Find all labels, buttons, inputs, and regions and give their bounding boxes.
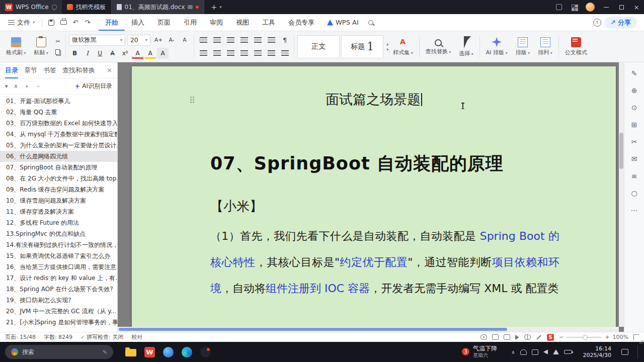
weather-widget[interactable]: 3 气温下降 星期六 [462, 345, 497, 358]
template-tab[interactable]: 找稻壳模板 [62, 0, 111, 14]
toc-item[interactable]: 11、缓存穿透及解决方案 [0, 206, 117, 217]
align-left-icon[interactable] [197, 48, 209, 59]
menu-tab-5[interactable]: 审阅 [203, 14, 229, 31]
taskbar-search[interactable]: 搜索 ✎ [5, 345, 113, 359]
read-layout-icon[interactable] [492, 334, 499, 340]
web-layout-icon[interactable] [524, 334, 531, 340]
align-center-icon[interactable] [211, 48, 223, 59]
format-button-3[interactable]: U [94, 48, 106, 59]
format-painter-button[interactable]: 格式刷 [3, 36, 29, 57]
avatar[interactable] [586, 3, 595, 12]
format-button-8[interactable]: A [157, 48, 169, 59]
sort-icon[interactable] [265, 35, 277, 46]
font-tool-1[interactable]: A+ [152, 35, 165, 46]
zoom-out-toc-icon[interactable]: － [36, 82, 41, 90]
insert-icon[interactable]: ⊕ [631, 86, 637, 96]
document-heading[interactable]: 07、SpringBoot 自动装配的原理 [210, 152, 559, 175]
doc-mode-button[interactable]: 公文模式 [562, 36, 590, 57]
toc-item[interactable]: 12、多线程 Future 的用法 [0, 217, 117, 228]
sidebar-tab-2[interactable]: 章节 [24, 62, 37, 78]
toc-item[interactable]: 07、SpringBoot 自动装配的原理 [0, 162, 117, 173]
style-heading1[interactable]: 标题 1 [341, 35, 383, 58]
outline-icon[interactable]: ≡ [631, 172, 637, 181]
toc-item[interactable]: 04、从 mysql 千万条数据中搜索到指定数... [0, 129, 117, 140]
target-icon[interactable]: ⊙ [631, 104, 637, 113]
format-button-7[interactable]: A [144, 48, 156, 59]
wps-office-tab[interactable]: W WPS Office [0, 0, 62, 14]
document-page[interactable]: 面试篇之场景题 07、SpringBoot 自动装配的原理 【小米】 （1）首先… [132, 66, 616, 328]
fullscreen-icon[interactable] [633, 334, 639, 340]
vertical-scrollbar[interactable] [619, 62, 624, 327]
battery-icon[interactable] [564, 350, 572, 354]
ai-recognize-button[interactable]: AI识别目录 [74, 82, 112, 90]
zoom-slider-knob[interactable] [583, 335, 588, 340]
toc-item[interactable]: 16、当给第三方提供接口调用，需要注意... [0, 261, 117, 273]
file-explorer-icon[interactable] [125, 349, 136, 356]
spellcheck-status[interactable]: ✓ 拼写检查: 关闭 [80, 333, 123, 341]
vertical-scrollbar-thumb[interactable] [619, 133, 623, 169]
toc-item[interactable]: 05、为什么复杂的架构一定要做分层设计... [0, 140, 117, 151]
search-icon[interactable] [365, 17, 377, 29]
browser-icon[interactable] [182, 347, 192, 357]
paragraph-mark-icon[interactable]: ¶ [279, 35, 291, 46]
print-icon[interactable] [57, 17, 69, 29]
cloud-icon[interactable] [520, 349, 527, 355]
format-button-4[interactable]: A [107, 48, 118, 59]
more-icon[interactable]: ⋯ [631, 206, 638, 215]
style-gallery-up-icon[interactable]: ▴ [386, 42, 388, 46]
align-right-icon[interactable] [224, 48, 236, 59]
font-tool-3[interactable]: A [179, 35, 191, 46]
shape-icon[interactable]: ○ [631, 189, 637, 198]
outdent-icon[interactable] [224, 35, 236, 46]
pin-icon[interactable] [50, 4, 57, 11]
copy-icon[interactable] [53, 48, 62, 56]
wps-vip-badge[interactable]: S [547, 334, 554, 341]
ai-layout-button[interactable]: AI 排版 [483, 36, 511, 57]
sidebar-tab-3[interactable]: 书签 [43, 62, 56, 78]
toc-item[interactable]: 15、如果查询优化器选错了索引怎么办 [0, 250, 117, 261]
toc-item[interactable]: 20、JVM 中一次完整的 GC 流程（从 y... [0, 306, 117, 317]
format-button-6[interactable]: A [132, 48, 143, 59]
menu-tab-2[interactable]: 插入 [125, 14, 151, 31]
shading-icon[interactable] [265, 48, 277, 59]
menu-tab-4[interactable]: 引用 [177, 14, 203, 31]
font-tool-2[interactable]: A- [166, 35, 178, 46]
volume-icon[interactable] [543, 349, 548, 354]
menu-tab-1[interactable]: 开始 [99, 14, 125, 31]
format-button-2[interactable]: I [82, 48, 93, 59]
border-icon[interactable] [279, 48, 291, 59]
toc-item[interactable]: 02、海量 QQ 去重 [0, 107, 117, 118]
scissors-icon[interactable]: ✂ [631, 138, 637, 147]
proofread-button[interactable]: 校对 [131, 333, 142, 341]
page-layout-icon[interactable] [504, 334, 510, 340]
zoom-out-icon[interactable]: − [559, 334, 564, 340]
wps-ai-tab[interactable]: WPS AI [321, 19, 365, 26]
layout-button[interactable]: 排版 [513, 36, 533, 57]
toc-item[interactable]: 08、在 2G 大小的文件中，找出高频 top... [0, 173, 117, 184]
select-button[interactable]: 选择 [456, 35, 476, 58]
tab-list-chevron-icon[interactable]: ▾ [219, 5, 222, 10]
menu-tab-8[interactable]: 会员专享 [282, 14, 321, 31]
page-indicator[interactable]: 页面: 15/48 [5, 333, 36, 341]
mail-icon[interactable]: ✉ [631, 155, 637, 164]
expand-dropdown-icon[interactable]: ▾ [5, 83, 8, 89]
sidebar-tab-4[interactable]: 查找和替换 [62, 62, 95, 78]
font-size-select[interactable]: 20 ▾ [127, 35, 150, 46]
notification-center-icon[interactable] [621, 349, 628, 355]
document-body[interactable]: 07、SpringBoot 自动装配的原理 【小米】 （1）首先，我们先看下什么… [210, 152, 559, 302]
save-icon[interactable] [45, 17, 57, 29]
toc-item[interactable]: 01、开篇-面试那些事儿 [0, 96, 117, 107]
indent-icon[interactable] [238, 35, 250, 46]
show-desktop-button[interactable] [637, 345, 639, 358]
network-icon[interactable] [553, 349, 559, 354]
sidebar-tab-1[interactable]: 目录 [5, 62, 18, 78]
horizontal-scrollbar-thumb[interactable] [119, 328, 507, 331]
zoom-percent[interactable]: 100% [613, 334, 628, 340]
clock[interactable]: 16:14 2025/4/30 [583, 345, 611, 358]
arrange-button[interactable]: 排列 [535, 36, 555, 57]
collapse-icon[interactable]: ∧ [14, 83, 18, 89]
zoom-in-icon[interactable]: + [605, 334, 609, 340]
menu-tab-7[interactable]: 工具 [256, 14, 282, 31]
minimize-button[interactable] [599, 0, 614, 14]
toc-item[interactable]: 19、接口防刷怎么实现? [0, 295, 117, 306]
